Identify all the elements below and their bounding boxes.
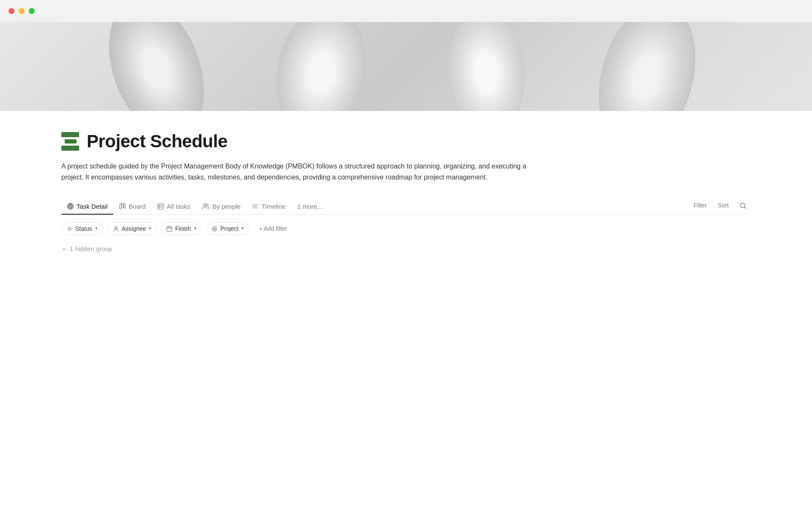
svg-rect-3 [120,204,121,209]
svg-rect-5 [124,204,125,208]
calendar-icon [167,225,172,232]
filter-button[interactable]: Filter [689,200,711,211]
assignee-filter-label: Assignee [122,225,146,232]
table-icon [157,203,164,210]
search-button[interactable] [735,200,751,211]
icon-bar-bottom [61,146,79,151]
filter-label: Filter [694,202,707,209]
add-filter-label: + Add filter [259,225,287,232]
tab-all-tasks[interactable]: All tasks [151,199,196,214]
tab-task-detail-label: Task Detail [77,203,107,210]
tab-board-label: Board [129,203,145,210]
hidden-group-row[interactable]: 1 hidden group [61,241,751,257]
people-icon [202,203,209,210]
tab-board[interactable]: Board [113,199,151,214]
assignee-chevron-icon: ▾ [149,226,151,231]
project-icon [212,225,217,232]
status-filter-chip[interactable]: Status ▾ [61,222,103,235]
tabs-right: Filter Sort [689,200,751,213]
svg-line-16 [744,207,746,209]
tab-all-tasks-label: All tasks [167,203,190,210]
svg-rect-4 [122,204,123,207]
close-button[interactable] [8,8,14,14]
svg-rect-6 [158,204,163,209]
hero-banner [0,22,812,111]
timeline-icon [252,203,259,210]
hidden-group-label: 1 hidden group [70,245,112,252]
svg-rect-20 [167,227,172,232]
tab-more[interactable]: 1 more... [291,199,328,214]
tab-by-people[interactable]: By people [196,199,247,214]
board-icon [119,203,126,210]
assignee-icon [113,225,119,232]
main-content: Project Schedule A project schedule guid… [0,111,812,257]
maximize-button[interactable] [29,8,35,14]
finish-filter-chip[interactable]: Finish ▾ [161,222,202,235]
icon-bar-indent [65,139,77,144]
sort-label: Sort [718,202,729,209]
minimize-button[interactable] [19,8,25,14]
status-filter-label: Status [75,225,92,232]
project-filter-label: Project [220,225,239,232]
search-icon [740,202,746,209]
page-icon [61,132,79,151]
page-header: Project Schedule [61,131,751,152]
tab-timeline-label: Timeline [262,203,285,210]
svg-point-10 [203,204,206,206]
svg-point-26 [214,229,215,229]
tab-more-label: 1 more... [297,203,322,210]
svg-point-2 [70,206,71,207]
window-chrome [0,0,812,22]
svg-point-11 [206,204,208,206]
tabs-container: Task Detail Board [61,199,751,215]
tabs-left: Task Detail Board [61,199,689,214]
chevron-down-icon [61,245,66,252]
project-chevron-icon: ▾ [241,226,244,231]
status-icon [67,225,72,232]
target-icon [67,203,74,210]
sort-button[interactable]: Sort [713,200,733,211]
assignee-filter-chip[interactable]: Assignee ▾ [107,222,157,235]
page-title: Project Schedule [87,131,228,152]
page-description: A project schedule guided by the Project… [61,161,535,183]
tab-task-detail[interactable]: Task Detail [61,199,113,214]
filter-bar: Status ▾ Assignee ▾ [61,215,751,241]
finish-filter-label: Finish [175,225,191,232]
svg-point-18 [69,228,71,230]
add-filter-button[interactable]: + Add filter [254,223,292,235]
tab-timeline[interactable]: Timeline [247,199,291,214]
icon-bar-top [61,132,79,137]
project-filter-chip[interactable]: Project ▾ [206,222,250,235]
tab-by-people-label: By people [212,203,241,210]
status-chevron-icon: ▾ [95,226,98,231]
finish-chevron-icon: ▾ [194,226,197,231]
